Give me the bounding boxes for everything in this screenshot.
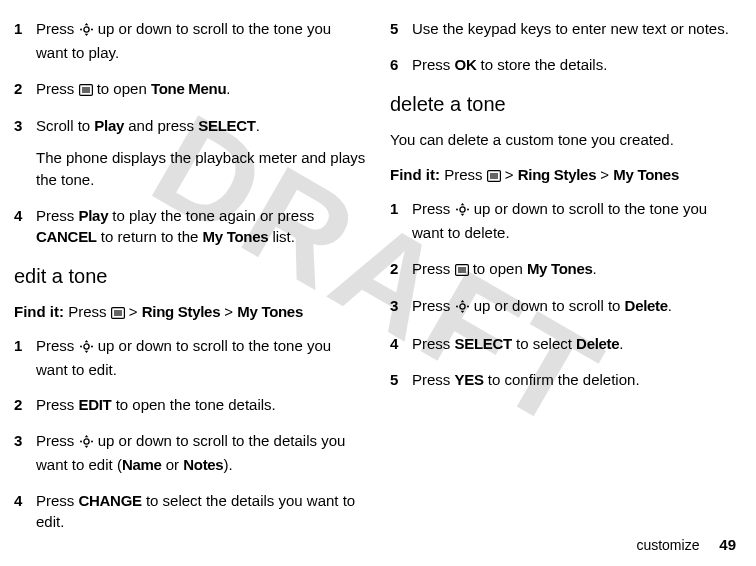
right-column: 5Use the keypad keys to enter new text o… [390, 18, 742, 520]
numbered-step: 2Press to open Tone Menu. [14, 78, 366, 102]
step-text: Press up or down to scroll to the tone y… [412, 198, 742, 244]
numbered-step: 1Press up or down to scroll to the tone … [390, 198, 742, 244]
svg-point-1 [80, 29, 82, 31]
step-number: 2 [390, 258, 412, 282]
menu-key-icon [455, 260, 469, 282]
ui-label: CANCEL [36, 228, 97, 245]
ui-label: My Tones [203, 228, 269, 245]
section-heading: edit a tone [14, 262, 366, 291]
nav-key-icon [79, 20, 94, 42]
ui-label: OK [455, 56, 477, 73]
ui-label: YES [455, 371, 484, 388]
step-number: 1 [14, 18, 36, 64]
svg-point-14 [80, 345, 82, 347]
numbered-step: 4Press Play to play the tone again or pr… [14, 205, 366, 249]
step-number: 5 [390, 18, 412, 40]
svg-marker-22 [84, 446, 88, 448]
ui-label: My Tones [527, 260, 593, 277]
ui-label: SELECT [198, 117, 255, 134]
step-text: Press Play to play the tone again or pre… [36, 205, 366, 249]
ui-label: My Tones [237, 303, 303, 320]
find-it-line: Find it: Press > Ring Styles > My Tones [390, 164, 742, 188]
menu-key-icon [79, 80, 93, 102]
svg-point-20 [91, 441, 93, 443]
svg-point-15 [91, 345, 93, 347]
svg-point-27 [459, 207, 464, 212]
ui-label: SELECT [455, 335, 512, 352]
ui-label: Ring Styles [518, 166, 596, 183]
numbered-step: 2Press EDIT to open the tone details. [14, 394, 366, 416]
svg-marker-4 [84, 34, 88, 36]
footer-label: customize [636, 537, 699, 553]
svg-point-37 [456, 306, 458, 308]
page-content: 1Press up or down to scroll to the tone … [0, 0, 756, 520]
step-extra-text: The phone displays the playback meter an… [36, 147, 366, 191]
svg-point-38 [467, 306, 469, 308]
find-it-line: Find it: Press > Ring Styles > My Tones [14, 301, 366, 325]
svg-point-13 [83, 344, 88, 349]
step-text: Press up or down to scroll to the detail… [36, 430, 366, 476]
step-text: Press EDIT to open the tone details. [36, 394, 366, 416]
svg-point-19 [80, 441, 82, 443]
step-text: Scroll to Play and press SELECT.The phon… [36, 115, 366, 190]
step-text: Press SELECT to select Delete. [412, 333, 742, 355]
svg-marker-21 [84, 435, 88, 437]
left-column: 1Press up or down to scroll to the tone … [14, 18, 366, 520]
ui-label: CHANGE [79, 492, 142, 509]
ui-label: Tone Menu [151, 80, 226, 97]
find-it-label: Find it: [390, 166, 440, 183]
ui-label: EDIT [79, 396, 112, 413]
step-number: 3 [14, 430, 36, 476]
step-number: 2 [14, 394, 36, 416]
numbered-step: 1Press up or down to scroll to the tone … [14, 18, 366, 64]
numbered-step: 2Press to open My Tones. [390, 258, 742, 282]
step-number: 4 [14, 205, 36, 249]
svg-marker-31 [460, 214, 464, 216]
section-paragraph: You can delete a custom tone you created… [390, 129, 742, 151]
step-number: 1 [14, 335, 36, 381]
nav-key-icon [79, 432, 94, 454]
numbered-step: 6Press OK to store the details. [390, 54, 742, 76]
step-text: Press CHANGE to select the details you w… [36, 490, 366, 534]
step-text: Press up or down to scroll to Delete. [412, 295, 742, 319]
step-number: 6 [390, 54, 412, 76]
numbered-step: 1Press up or down to scroll to the tone … [14, 335, 366, 381]
step-text: Press to open My Tones. [412, 258, 742, 282]
svg-marker-3 [84, 23, 88, 25]
step-number: 5 [390, 369, 412, 391]
svg-point-36 [459, 304, 464, 309]
step-text: Press OK to store the details. [412, 54, 742, 76]
nav-key-icon [79, 337, 94, 359]
svg-point-2 [91, 29, 93, 31]
svg-marker-39 [460, 300, 464, 302]
find-it-label: Find it: [14, 303, 64, 320]
step-text: Use the keypad keys to enter new text or… [412, 18, 742, 40]
step-text: Press to open Tone Menu. [36, 78, 366, 102]
svg-point-0 [83, 27, 88, 32]
svg-marker-17 [84, 351, 88, 353]
svg-marker-30 [460, 203, 464, 205]
step-number: 2 [14, 78, 36, 102]
ui-label: My Tones [613, 166, 679, 183]
svg-marker-40 [460, 311, 464, 313]
ui-label: Delete [576, 335, 619, 352]
page-number: 49 [719, 536, 736, 553]
numbered-step: 5Press YES to confirm the deletion. [390, 369, 742, 391]
ui-label: Play [94, 117, 124, 134]
step-text: Press YES to confirm the deletion. [412, 369, 742, 391]
numbered-step: 4Press SELECT to select Delete. [390, 333, 742, 355]
svg-point-18 [83, 439, 88, 444]
ui-label: Delete [625, 297, 668, 314]
menu-key-icon [111, 303, 125, 325]
numbered-step: 5Use the keypad keys to enter new text o… [390, 18, 742, 40]
svg-marker-16 [84, 340, 88, 342]
nav-key-icon [455, 297, 470, 319]
ui-label: Play [79, 207, 109, 224]
nav-key-icon [455, 200, 470, 222]
step-number: 1 [390, 198, 412, 244]
step-text: Press up or down to scroll to the tone y… [36, 335, 366, 381]
numbered-step: 3Press up or down to scroll to the detai… [14, 430, 366, 476]
svg-point-29 [467, 209, 469, 211]
numbered-step: 4Press CHANGE to select the details you … [14, 490, 366, 534]
page-footer: customize 49 [636, 534, 736, 556]
